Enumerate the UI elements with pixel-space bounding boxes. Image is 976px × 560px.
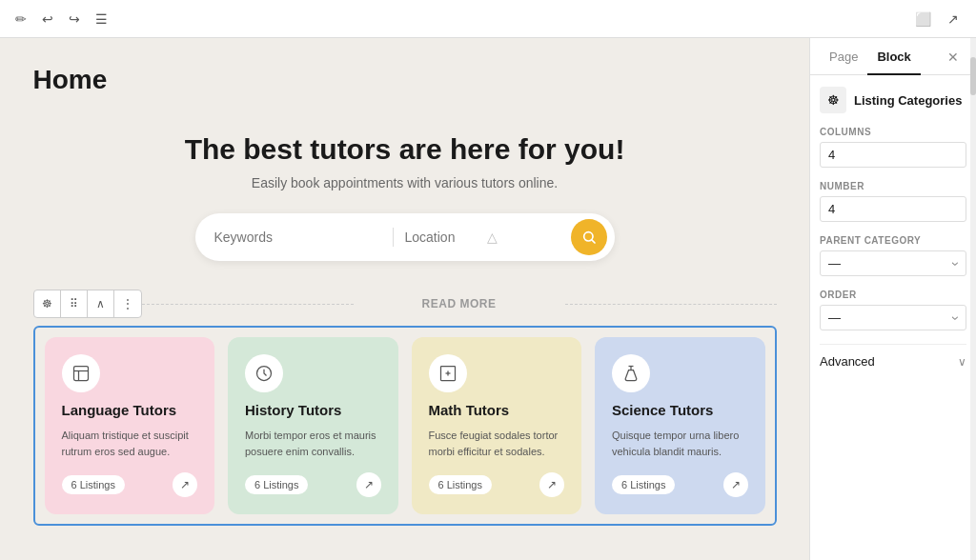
window-icon[interactable]: ⬜ [911,8,934,30]
edit-icon[interactable]: ✏ [11,10,30,29]
tab-page[interactable]: Page [820,38,867,75]
science-card-title: Science Tutors [612,402,748,418]
order-select[interactable]: — [820,305,966,330]
category-card-language: Language Tutors Aliquam tristique et sus… [45,337,215,514]
search-divider [393,228,394,247]
undo-icon[interactable]: ↩ [38,10,57,29]
history-arrow-btn[interactable]: ↗ [356,472,381,497]
advanced-label: Advanced [820,354,875,369]
read-more-label: READ MORE [354,297,565,310]
number-field-group: NUMBER [820,181,966,222]
science-listings-badge: 6 Listings [612,475,675,494]
parent-category-select[interactable]: — [820,250,966,276]
advanced-section[interactable]: Advanced ∨ [820,344,966,378]
order-select-wrapper: — [820,305,966,330]
language-arrow-btn[interactable]: ↗ [173,472,197,497]
columns-input[interactable] [820,142,966,168]
columns-label: COLUMNS [820,127,966,137]
listing-categories-icon: ☸ [820,87,846,113]
columns-field-group: COLUMNS [820,127,966,168]
panel-block-label: Listing Categories [854,93,962,108]
math-listings-badge: 6 Listings [429,475,492,494]
block-drag-btn[interactable]: ⠿ [61,290,88,317]
history-listings-badge: 6 Listings [245,475,308,494]
block-up-btn[interactable]: ∧ [88,290,114,317]
svg-rect-2 [73,367,88,381]
science-card-footer: 6 Listings ↗ [612,472,748,497]
panel-block-header: ☸ Listing Categories [820,87,966,113]
location-input[interactable] [405,230,481,245]
order-label: ORDER [820,290,966,300]
panel-close-button[interactable]: ✕ [940,38,966,74]
hero-heading: The best tutors are here for you! [33,133,777,166]
search-button[interactable] [571,219,607,255]
block-more-btn[interactable]: ⋮ [114,290,141,317]
advanced-chevron-icon: ∨ [958,355,966,369]
block-ctrl-group: ☸ ⠿ ∧ ⋮ [33,290,142,318]
history-card-icon [245,354,283,392]
category-card-math: Math Tutors Fusce feugiat sodales tortor… [412,337,582,514]
category-card-science: Science Tutors Quisque tempor urna liber… [595,337,765,514]
parent-category-label: PARENT CATEGORY [820,235,966,246]
language-card-title: Language Tutors [62,402,198,418]
external-link-icon[interactable]: ↗ [942,8,965,30]
number-label: NUMBER [820,181,966,191]
scroll-thumb[interactable] [970,57,976,95]
math-card-desc: Fusce feugiat sodales tortor morbi effic… [429,428,565,459]
science-arrow-btn[interactable]: ↗ [723,472,748,497]
categories-grid: Language Tutors Aliquam tristique et sus… [33,326,777,526]
science-card-icon [612,354,650,392]
math-card-icon [429,354,467,392]
dotted-line-right [565,304,777,305]
language-card-desc: Aliquam tristique et suscipit rutrum ero… [62,428,198,459]
location-icon: △ [487,230,498,245]
dotted-line-left [142,304,354,305]
parent-category-field-group: PARENT CATEGORY — [820,235,966,276]
keywords-input[interactable] [214,230,381,245]
history-card-desc: Morbi tempor eros et mauris posuere enim… [245,428,381,459]
svg-line-1 [592,240,595,243]
math-card-footer: 6 Listings ↗ [429,472,565,497]
math-arrow-btn[interactable]: ↗ [539,472,564,497]
science-card-desc: Quisque tempor urna libero vehicula blan… [612,428,748,459]
main-area: Home The best tutors are here for you! E… [0,38,976,560]
redo-icon[interactable]: ↪ [65,10,84,29]
history-card-title: History Tutors [245,402,381,418]
toolbar-right: ⬜ ↗ [911,8,965,30]
panel-tabs: Page Block ✕ [810,38,976,75]
number-input[interactable] [820,196,966,222]
language-card-footer: 6 Listings ↗ [62,472,198,497]
block-icon-btn[interactable]: ☸ [34,290,61,317]
scroll-indicator [970,38,976,560]
language-card-icon [62,354,100,392]
tab-block[interactable]: Block [867,38,920,75]
category-card-history: History Tutors Morbi tempor eros et maur… [228,337,398,514]
list-icon[interactable]: ☰ [92,10,111,29]
panel-content: ☸ Listing Categories COLUMNS NUMBER PARE… [810,75,976,390]
order-field-group: ORDER — [820,290,966,330]
math-card-title: Math Tutors [429,402,565,418]
toolbar: ✏ ↩ ↪ ☰ ⬜ ↗ [0,0,976,38]
language-listings-badge: 6 Listings [62,475,125,494]
hero-subtext: Easily book appointments with various tu… [33,175,777,190]
search-location: △ [405,230,571,245]
canvas: Home The best tutors are here for you! E… [0,38,809,560]
history-card-footer: 6 Listings ↗ [245,472,381,497]
page-title: Home [33,65,777,95]
right-panel: Page Block ✕ ☸ Listing Categories COLUMN… [809,38,976,560]
hero-section: The best tutors are here for you! Easily… [33,133,777,261]
block-controls: ☸ ⠿ ∧ ⋮ READ MORE [33,290,777,318]
parent-category-select-wrapper: — [820,250,966,276]
search-bar: △ [195,213,615,261]
